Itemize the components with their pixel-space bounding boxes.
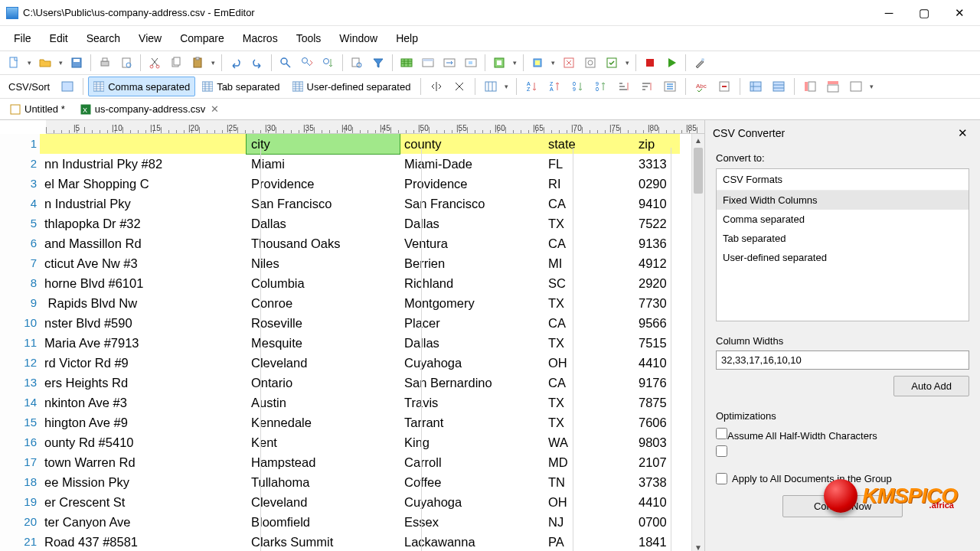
line-number[interactable]: 9 <box>0 293 40 313</box>
cell[interactable]: Travis <box>400 393 544 412</box>
cell[interactable]: hington Ave #9 <box>40 412 247 432</box>
find-next-button[interactable] <box>297 53 317 73</box>
scroll-down-icon[interactable]: ▼ <box>692 541 704 551</box>
cell[interactable]: Ontario <box>247 373 400 393</box>
cell[interactable]: Miami-Dade <box>400 154 544 174</box>
opt-2-checkbox[interactable] <box>716 445 969 459</box>
cell[interactable]: CA <box>544 313 634 333</box>
cell[interactable]: ter Canyon Ave <box>40 512 247 532</box>
cell[interactable]: Montgomery <box>400 293 544 313</box>
line-number[interactable]: 16 <box>0 432 40 452</box>
line-number[interactable]: 14 <box>0 393 40 412</box>
format-option[interactable]: Tab separated <box>717 229 969 248</box>
line-number[interactable]: 21 <box>0 532 40 551</box>
menu-macros[interactable]: Macros <box>235 29 286 47</box>
cell[interactable]: NJ <box>544 512 634 532</box>
cell[interactable]: San Francisco <box>400 194 544 214</box>
cell[interactable]: Roseville <box>247 313 400 333</box>
cell[interactable]: ee Mission Pky <box>40 472 247 492</box>
pivot-button[interactable] <box>746 77 766 96</box>
replace-button[interactable] <box>318 53 338 73</box>
minimize-button[interactable]: ─ <box>871 2 906 24</box>
cell[interactable]: TX <box>544 333 634 353</box>
line-number[interactable]: 13 <box>0 373 40 393</box>
cell[interactable]: TX <box>544 214 634 233</box>
menu-window[interactable]: Window <box>332 29 385 47</box>
cell[interactable]: FL <box>544 154 634 174</box>
cell[interactable]: Kennedale <box>247 412 400 432</box>
open-dropdown[interactable]: ▾ <box>56 53 66 73</box>
adjust-separator-button[interactable] <box>426 77 446 96</box>
cell[interactable]: Miami <box>247 154 400 174</box>
line-number[interactable]: 11 <box>0 333 40 353</box>
csv-mode-user-defined-separated[interactable]: User-defined separated <box>287 77 416 96</box>
cell[interactable]: San Francisco <box>247 194 400 214</box>
cell[interactable]: Columbia <box>247 273 400 293</box>
cell[interactable]: Dallas <box>400 214 544 233</box>
csv-mode-tab-separated[interactable]: Tab separated <box>197 77 285 96</box>
line-number[interactable]: 10 <box>0 313 40 333</box>
cell[interactable]: Rapids Blvd Nw <box>40 293 247 313</box>
tab-0[interactable]: Untitled * <box>3 101 72 117</box>
line-number[interactable]: 6 <box>0 233 40 253</box>
cell[interactable]: 4410 <box>634 492 680 512</box>
cell[interactable]: Dallas <box>247 214 400 233</box>
menu-tools[interactable]: Tools <box>289 29 329 47</box>
redo-button[interactable] <box>247 53 267 73</box>
line-number[interactable]: 5 <box>0 214 40 233</box>
find-in-files-button[interactable] <box>347 53 367 73</box>
line-number[interactable]: 4 <box>0 194 40 214</box>
column-header[interactable]: county <box>400 134 544 154</box>
cell[interactable]: TN <box>544 472 634 492</box>
properties-button[interactable] <box>580 53 600 73</box>
cell[interactable]: 7515 <box>634 333 680 353</box>
scroll-up-icon[interactable]: ▲ <box>692 134 704 147</box>
filter-button[interactable] <box>368 53 388 73</box>
cell[interactable]: 3738 <box>634 472 680 492</box>
print-button[interactable] <box>95 53 115 73</box>
undo-button[interactable] <box>226 53 246 73</box>
cell[interactable]: cticut Ave Nw #3 <box>40 253 247 273</box>
cell[interactable]: TX <box>544 412 634 432</box>
cell[interactable]: Hampstead <box>247 452 400 472</box>
line-number[interactable]: 7 <box>0 253 40 273</box>
cut-button[interactable] <box>145 53 165 73</box>
cell[interactable]: CA <box>544 233 634 253</box>
cell[interactable]: 0700 <box>634 512 680 532</box>
tab-1[interactable]: Xus-company-address.csv✕ <box>74 101 228 117</box>
cell[interactable]: OH <box>544 492 634 512</box>
print-preview-button[interactable] <box>116 53 136 73</box>
cell[interactable]: Essex <box>400 512 544 532</box>
cell[interactable]: 7730 <box>634 293 680 313</box>
menu-help[interactable]: Help <box>388 29 426 47</box>
line-num-button[interactable] <box>800 77 820 96</box>
tools-button[interactable] <box>602 53 622 73</box>
columns-button[interactable] <box>481 77 501 96</box>
cell[interactable]: Maria Ave #7913 <box>40 333 247 353</box>
cell[interactable]: Cuyahoga <box>400 492 544 512</box>
cell[interactable]: WA <box>544 432 634 452</box>
unpivot-button[interactable] <box>769 77 789 96</box>
cell[interactable]: Lackawanna <box>400 532 544 551</box>
cell[interactable]: nkinton Ave #3 <box>40 393 247 412</box>
cell[interactable]: RI <box>544 174 634 194</box>
cell[interactable]: OH <box>544 353 634 373</box>
cell[interactable]: 9410 <box>634 194 680 214</box>
cell[interactable]: Providence <box>400 174 544 194</box>
cell[interactable]: el Mar Shopping C <box>40 174 247 194</box>
find-button[interactable] <box>276 53 296 73</box>
cell[interactable]: MD <box>544 452 634 472</box>
cell[interactable]: Providence <box>247 174 400 194</box>
cell[interactable]: PA <box>544 532 634 551</box>
line-number[interactable]: 17 <box>0 452 40 472</box>
apply-all-checkbox[interactable]: Apply to All Documents in the Group <box>716 473 969 484</box>
menu-view[interactable]: View <box>131 29 169 47</box>
maximize-button[interactable]: ▢ <box>906 2 942 24</box>
cell[interactable]: Road 437 #8581 <box>40 532 247 551</box>
paste-dropdown[interactable]: ▾ <box>208 53 218 73</box>
convert-button[interactable] <box>439 53 459 73</box>
plugins-button[interactable] <box>489 53 509 73</box>
cell[interactable]: 7875 <box>634 393 680 412</box>
cell[interactable]: Ventura <box>400 233 544 253</box>
cell[interactable]: 2107 <box>634 452 680 472</box>
